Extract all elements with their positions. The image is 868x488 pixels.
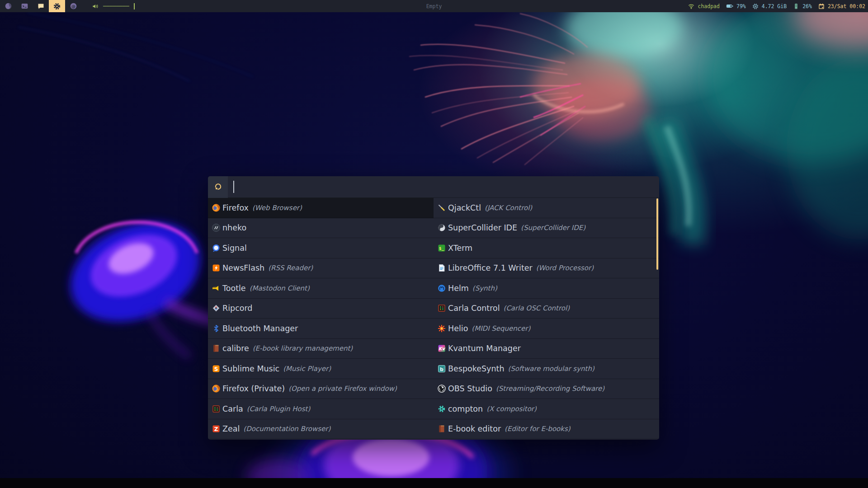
svg-text:Z: Z <box>214 426 218 432</box>
tootle-icon <box>212 284 221 293</box>
launcher-column-left: Firefox(Web Browser)nhekoSignalNewsFlash… <box>208 198 434 439</box>
app-name: Firefox (Private) <box>222 384 285 393</box>
battery-icon <box>726 4 733 9</box>
zeal-icon: Z <box>212 424 221 433</box>
screen-bottom-strip <box>0 478 868 488</box>
app-desc: (Streaming/Recording Software) <box>496 385 604 393</box>
app-item-supercollider-ide[interactable]: SuperCollider IDE(SuperCollider IDE) <box>434 218 659 239</box>
app-item-compton[interactable]: compton(X compositor) <box>434 399 659 419</box>
app-name: QjackCtl <box>448 203 481 212</box>
app-item-newsflash[interactable]: NewsFlash(RSS Reader) <box>208 258 434 279</box>
app-launcher: Firefox(Web Browser)nhekoSignalNewsFlash… <box>208 176 659 440</box>
svg-text:b: b <box>440 366 443 372</box>
app-desc: (Carla OSC Control) <box>504 304 570 312</box>
app-item-bluetooth-manager[interactable]: Bluetooth Manager <box>208 319 434 339</box>
app-item-tootle[interactable]: Tootle(Mastodon Client) <box>208 278 434 299</box>
sublime-icon: S <box>212 364 221 373</box>
app-name: Sublime Music <box>222 364 279 373</box>
xterm-icon: $_ <box>437 244 446 253</box>
workspace-4[interactable] <box>49 0 65 12</box>
app-desc: (Synth) <box>472 284 497 292</box>
app-desc: (Open a private Firefox window) <box>288 385 397 393</box>
app-desc: (Mastodon Client) <box>250 284 310 292</box>
app-item-signal[interactable]: Signal <box>208 238 434 258</box>
app-name: XTerm <box>448 244 472 253</box>
launcher-results: Firefox(Web Browser)nhekoSignalNewsFlash… <box>208 198 659 439</box>
workspace-switcher: @ <box>0 0 81 12</box>
signal-icon <box>212 244 221 253</box>
workspace-1[interactable] <box>0 0 16 12</box>
app-item-kvantum-manager[interactable]: KvKvantum Manager <box>434 339 659 359</box>
app-item-carla[interactable]: Carla(Carla Plugin Host) <box>208 399 434 419</box>
app-name: Zeal <box>222 424 240 433</box>
app-item-nheko[interactable]: nheko <box>208 218 434 239</box>
top-status-bar: @ ──────── Empty chadpad79%4.72 GiB26%23… <box>0 0 868 12</box>
app-desc: (Editor for E-books) <box>505 425 571 433</box>
app-name: nheko <box>222 223 246 232</box>
app-item-bespokesynth[interactable]: bBespokeSynth(Software modular synth) <box>434 359 659 379</box>
terminal-icon <box>21 2 28 10</box>
status-clock-value: 23/Sat 00:02 <box>828 3 865 9</box>
ebook-icon <box>437 424 446 433</box>
svg-text:Kv: Kv <box>439 346 446 351</box>
app-name: Bluetooth Manager <box>222 324 298 333</box>
app-item-firefox[interactable]: Firefox(Web Browser) <box>208 198 434 218</box>
carla-icon <box>212 404 221 413</box>
firefox-workspace-icon <box>5 2 12 10</box>
app-item-calibre[interactable]: calibre(E-book library management) <box>208 339 434 359</box>
app-desc: (Documentation Browser) <box>243 425 330 433</box>
app-item-xterm[interactable]: $_XTerm <box>434 238 659 258</box>
app-item-sublime-music[interactable]: SSublime Music(Music Player) <box>208 359 434 379</box>
app-name: Firefox <box>222 203 249 212</box>
newsflash-icon <box>212 263 221 272</box>
app-desc: (SuperCollider IDE) <box>521 224 585 232</box>
app-item-ripcord[interactable]: Ripcord <box>208 299 434 319</box>
obs-icon <box>437 384 446 393</box>
wifi-icon <box>688 3 694 9</box>
app-name: Ripcord <box>222 304 252 313</box>
workspace-2[interactable] <box>16 0 33 12</box>
search-input[interactable] <box>234 176 659 197</box>
speaker-icon <box>92 3 99 10</box>
app-name: Carla <box>222 404 243 413</box>
app-item-firefox-private[interactable]: Firefox (Private)(Open a private Firefox… <box>208 379 434 399</box>
window-title: Empty <box>426 3 442 9</box>
launcher-column-right: QjackCtl(JACK Control)SuperCollider IDE(… <box>434 198 659 439</box>
app-desc: (X compositor) <box>486 405 537 413</box>
svg-text:S: S <box>214 366 218 372</box>
workspace-3[interactable] <box>33 0 49 12</box>
nheko-icon <box>212 223 221 232</box>
kvantum-icon: Kv <box>437 344 446 353</box>
launcher-search-bar[interactable] <box>208 176 659 198</box>
app-item-zeal[interactable]: ZZeal(Documentation Browser) <box>208 419 434 440</box>
app-name: Helio <box>448 324 468 333</box>
status-battery-value: 79% <box>736 3 746 9</box>
helm-icon <box>437 284 446 293</box>
app-item-helm[interactable]: Helm(Synth) <box>434 278 659 299</box>
app-item-qjackctl[interactable]: QjackCtl(JACK Control) <box>434 198 659 218</box>
app-name: BespokeSynth <box>448 364 505 373</box>
status-clock: 23/Sat 00:02 <box>818 3 865 9</box>
app-item-obs-studio[interactable]: OBS Studio(Streaming/Recording Software) <box>434 379 659 399</box>
app-item-libreoffice-7-1-writer[interactable]: LibreOffice 7.1 Writer(Word Processor) <box>434 258 659 279</box>
supercollider-icon <box>437 223 446 232</box>
firefox-icon <box>212 384 221 393</box>
app-item-e-book-editor[interactable]: E-book editor(Editor for E-books) <box>434 419 659 440</box>
app-name: NewsFlash <box>222 263 264 272</box>
helio-icon <box>437 324 446 333</box>
status-network-value: chadpad <box>698 3 719 9</box>
app-desc: (Carla Plugin Host) <box>247 405 311 413</box>
ram-icon <box>793 3 799 9</box>
app-name: Signal <box>222 244 247 253</box>
volume-widget[interactable]: ──────── <box>92 3 135 10</box>
volume-slider[interactable]: ──────── <box>103 3 129 9</box>
qjackctl-icon <box>437 203 446 212</box>
app-item-helio[interactable]: Helio(MIDI Sequencer) <box>434 319 659 339</box>
app-item-carla-control[interactable]: Carla Control(Carla OSC Control) <box>434 299 659 319</box>
app-name: compton <box>448 404 483 413</box>
app-name: Helm <box>448 284 469 293</box>
svg-text:@: @ <box>71 4 75 9</box>
svg-text:$_: $_ <box>439 246 444 250</box>
workspace-5[interactable]: @ <box>65 0 81 12</box>
launcher-scrollbar[interactable] <box>656 198 658 270</box>
